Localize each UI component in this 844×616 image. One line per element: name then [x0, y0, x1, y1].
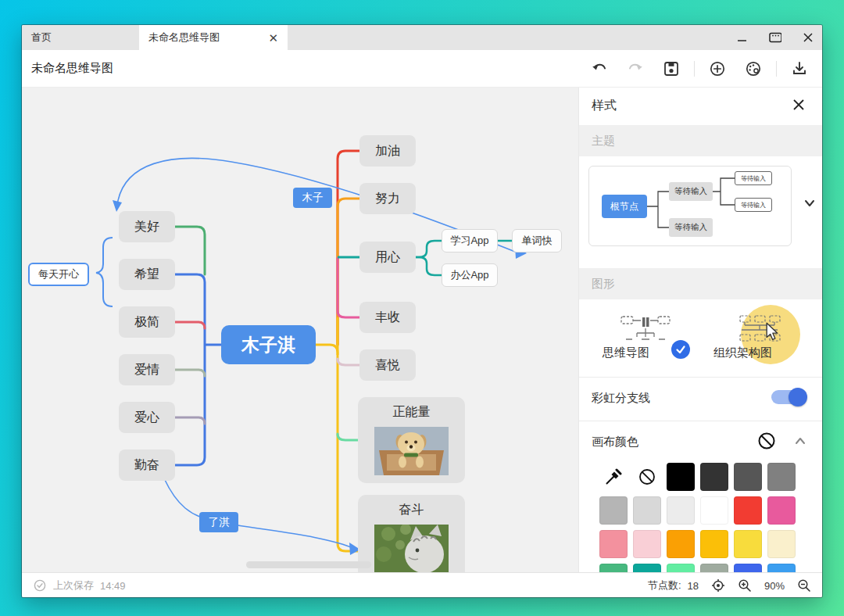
- color-swatch[interactable]: [734, 530, 762, 558]
- document-title: 未命名思维导图: [31, 61, 113, 76]
- cat-image: [374, 525, 449, 572]
- toolbar-separator: [694, 61, 695, 77]
- redo-icon[interactable]: [627, 60, 644, 77]
- theme-root-node: 根节点: [602, 195, 647, 218]
- node-dancikuai[interactable]: 单词快: [512, 229, 562, 252]
- color-swatch[interactable]: [734, 463, 762, 491]
- node-xiyue[interactable]: 喜悦: [359, 349, 416, 381]
- node-zhengnengliang-label: 正能量: [358, 397, 465, 421]
- callout-leqi[interactable]: 了淇: [199, 512, 238, 532]
- save-icon[interactable]: [663, 60, 680, 77]
- tab-bar: 首页 未命名思维导图 ✕: [22, 25, 822, 50]
- minimize-icon[interactable]: [736, 31, 749, 44]
- node-fendou[interactable]: 奋斗: [358, 495, 465, 572]
- color-swatch[interactable]: [667, 463, 695, 491]
- last-saved-time: 14:49: [100, 580, 126, 592]
- rainbow-branch-label: 彩虹分支线: [592, 391, 650, 406]
- zoom-out-icon[interactable]: [797, 578, 811, 593]
- palette-icon[interactable]: [745, 60, 762, 77]
- node-xuexi-app[interactable]: 学习App: [442, 229, 498, 252]
- window-controls: [736, 25, 814, 50]
- eyedropper-icon[interactable]: [599, 463, 628, 491]
- node-aiqing[interactable]: 爱情: [119, 354, 175, 385]
- last-saved-label: 上次保存: [53, 578, 94, 593]
- color-swatch[interactable]: [700, 530, 728, 558]
- node-xiwang[interactable]: 希望: [119, 259, 175, 290]
- root-node[interactable]: 木子淇: [221, 325, 316, 364]
- color-swatch[interactable]: [667, 530, 695, 558]
- add-node-icon[interactable]: [709, 60, 726, 77]
- panel-divider: [579, 377, 822, 378]
- color-swatch[interactable]: [700, 496, 728, 525]
- node-jiayou[interactable]: 加油: [359, 135, 416, 167]
- node-yongxin[interactable]: 用心: [359, 242, 416, 273]
- toolbar-separator: [776, 61, 777, 77]
- node-count-label: 节点数:: [648, 578, 681, 593]
- theme-leaf-node: 等待输入: [735, 171, 772, 185]
- node-aixin[interactable]: 爱心: [119, 402, 175, 433]
- theme-preview-card[interactable]: 根节点 等待输入 等待输入 等待输入 等待输入: [588, 166, 792, 246]
- node-jijian[interactable]: 极简: [119, 306, 175, 338]
- color-swatch[interactable]: [667, 496, 695, 525]
- shape-section-label: 图形: [592, 277, 615, 292]
- callout-muzi[interactable]: 木子: [293, 188, 332, 208]
- saved-check-icon: [33, 578, 47, 593]
- color-swatch[interactable]: [667, 564, 695, 572]
- color-swatch[interactable]: [633, 496, 661, 525]
- dog-image: [374, 427, 449, 475]
- tab-close-icon[interactable]: ✕: [268, 32, 278, 44]
- color-swatch[interactable]: [734, 496, 762, 525]
- shape-section-header: 图形: [579, 268, 822, 299]
- color-swatch[interactable]: [767, 463, 796, 491]
- undo-icon[interactable]: [591, 60, 608, 77]
- node-qinfen[interactable]: 勤奋: [119, 449, 175, 481]
- style-panel: 样式 主题 根节点 等待输入 等待输入 等待输入 等待输入: [578, 88, 822, 572]
- color-swatch[interactable]: [599, 496, 628, 525]
- node-fendou-label: 奋斗: [358, 495, 465, 518]
- node-nuli[interactable]: 努力: [359, 183, 416, 214]
- color-swatch[interactable]: [767, 530, 796, 558]
- color-swatch[interactable]: [700, 564, 728, 572]
- toggle-knob: [789, 388, 807, 406]
- mindmap-canvas[interactable]: 美好 希望 极简 爱情 爱心 勤奋 木子淇 加油 努力 用心 丰收 喜悦 学习A…: [22, 88, 578, 572]
- horizontal-scrollbar[interactable]: [246, 561, 371, 568]
- color-swatch[interactable]: [767, 564, 796, 572]
- download-icon[interactable]: [791, 60, 808, 77]
- mindmap-shape-icon[interactable]: [620, 314, 671, 347]
- mouse-cursor: [764, 322, 781, 344]
- tab-document[interactable]: 未命名思维导图 ✕: [139, 25, 288, 50]
- color-swatch[interactable]: [599, 564, 628, 572]
- status-bar: 上次保存 14:49 节点数: 18 90%: [22, 572, 822, 597]
- chevron-up-icon[interactable]: [795, 436, 806, 450]
- tab-document-label: 未命名思维导图: [148, 30, 220, 45]
- panel-header: 样式: [579, 88, 822, 125]
- color-swatch[interactable]: [599, 530, 628, 558]
- orgchart-shape-label[interactable]: 组织架构图: [713, 346, 772, 360]
- no-fill-swatch[interactable]: [633, 463, 661, 491]
- summary-node[interactable]: 每天开心: [28, 263, 89, 286]
- locate-center-icon[interactable]: [711, 578, 725, 593]
- theme-section-label: 主题: [592, 134, 615, 149]
- color-swatch[interactable]: [767, 496, 796, 525]
- tab-home[interactable]: 首页: [22, 25, 139, 50]
- color-swatch[interactable]: [734, 564, 762, 572]
- node-bangong-app[interactable]: 办公App: [442, 263, 498, 287]
- close-window-icon[interactable]: [802, 31, 814, 44]
- theme-section-header: 主题: [579, 125, 822, 156]
- node-zhengnengliang[interactable]: 正能量: [358, 397, 465, 483]
- mindmap-shape-label[interactable]: 思维导图: [603, 346, 649, 360]
- color-swatch[interactable]: [633, 564, 661, 572]
- zoom-level: 90%: [764, 580, 785, 592]
- chevron-down-icon[interactable]: [803, 197, 816, 210]
- panel-close-icon[interactable]: [792, 98, 806, 113]
- node-fengshou[interactable]: 丰收: [359, 302, 416, 333]
- node-meihao[interactable]: 美好: [119, 211, 175, 242]
- maximize-icon[interactable]: [769, 31, 781, 44]
- color-swatch[interactable]: [633, 530, 661, 558]
- no-color-icon[interactable]: [757, 432, 776, 453]
- canvas-color-label: 画布颜色: [592, 435, 638, 449]
- rainbow-branch-toggle[interactable]: [771, 390, 806, 404]
- color-swatch[interactable]: [700, 463, 728, 491]
- theme-child-node: 等待输入: [669, 218, 713, 237]
- zoom-in-icon[interactable]: [738, 578, 752, 593]
